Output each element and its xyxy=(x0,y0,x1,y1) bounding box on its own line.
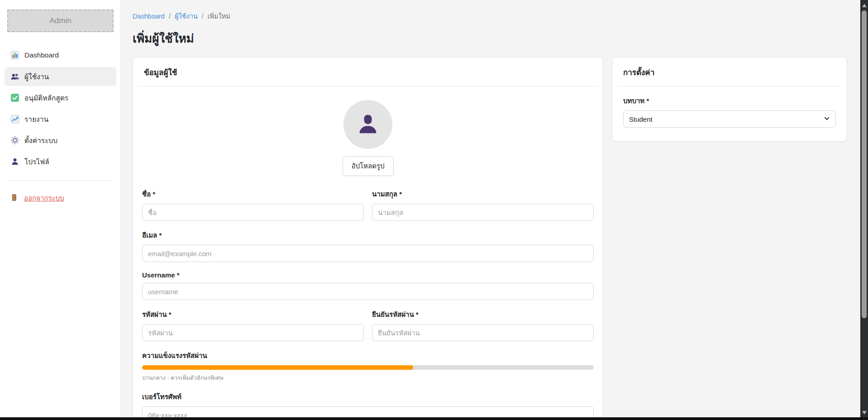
sidebar-item-dashboard[interactable]: Dashboard xyxy=(5,46,116,65)
settings-gear-icon xyxy=(10,136,19,145)
scrollbar[interactable] xyxy=(860,0,868,420)
name-row: ชื่อ * นามสกุล * xyxy=(142,189,594,221)
sidebar-item-label: รายงาน xyxy=(24,114,48,125)
user-info-card-body: อัปโหลดรูป ชื่อ * นามสกุล * อีเม xyxy=(133,86,603,420)
sidebar-item-label: โปรไฟล์ xyxy=(24,156,49,167)
content-row: ข้อมูลผู้ใช้ อัปโหลดรูป ชื่อ * xyxy=(133,57,847,420)
upload-photo-button[interactable]: อัปโหลดรูป xyxy=(343,156,394,176)
sidebar-item-course-approval[interactable]: อนุมัติหลักสูตร xyxy=(5,88,116,107)
password-input[interactable] xyxy=(142,324,364,341)
door-icon xyxy=(10,194,19,203)
scroll-up-arrow[interactable] xyxy=(860,2,868,9)
reports-chart-icon xyxy=(10,115,19,124)
breadcrumb-current: เพิ่มใหม่ xyxy=(208,11,230,21)
sidebar-item-system-settings[interactable]: ตั้งค่าระบบ xyxy=(5,131,116,150)
dashboard-icon xyxy=(10,51,19,60)
admin-logo-placeholder: Admin xyxy=(7,10,114,32)
bottom-bar xyxy=(0,417,868,420)
password-strength-fill xyxy=(142,365,413,370)
avatar-block: อัปโหลดรูป xyxy=(142,96,594,189)
breadcrumb-link-users[interactable]: ผู้ใช้งาน xyxy=(175,11,198,21)
settings-card-title: การตั้งค่า xyxy=(612,57,847,86)
sidebar-item-label: Dashboard xyxy=(24,51,59,59)
logout-label: ออกจากระบบ xyxy=(24,193,64,204)
user-info-card: ข้อมูลผู้ใช้ อัปโหลดรูป ชื่อ * xyxy=(133,57,603,420)
role-label: บทบาท * xyxy=(623,95,836,106)
person-silhouette-icon xyxy=(355,111,381,138)
password-strength-bar xyxy=(142,365,594,370)
app-window: Admin Dashboard ผู้ใช้งาน อนุมัติหลักสูต… xyxy=(0,0,860,420)
role-select-value: Student xyxy=(629,115,653,123)
user-info-card-title: ข้อมูลผู้ใช้ xyxy=(133,57,603,86)
role-select[interactable]: Student xyxy=(623,110,836,128)
sidebar-item-label: ตั้งค่าระบบ xyxy=(24,135,57,146)
sidebar-item-reports[interactable]: รายงาน xyxy=(5,110,116,129)
page-title: เพิ่มผู้ใช้ใหม่ xyxy=(133,29,847,48)
profile-icon xyxy=(10,157,19,166)
password-strength-label: ความแข็งแรงรหัสผ่าน xyxy=(142,350,594,361)
sidebar-item-profile[interactable]: โปรไฟล์ xyxy=(5,152,116,171)
password-row: รหัสผ่าน * ยืนยันรหัสผ่าน * xyxy=(142,309,594,341)
sidebar-divider xyxy=(8,180,113,181)
scroll-down-arrow[interactable] xyxy=(860,410,868,416)
last-name-label: นามสกุล * xyxy=(372,189,594,200)
password-strength-group: ความแข็งแรงรหัสผ่าน ปานกลาง - ควรเพิ่มตั… xyxy=(142,350,594,382)
breadcrumb-link-dashboard[interactable]: Dashboard xyxy=(133,13,165,20)
users-icon xyxy=(10,72,19,81)
password-label: รหัสผ่าน * xyxy=(142,309,364,320)
confirm-password-label: ยืนยันรหัสผ่าน * xyxy=(372,309,594,320)
scrollbar-thumb[interactable] xyxy=(862,10,867,318)
main-content: Dashboard / ผู้ใช้งาน / เพิ่มใหม่ เพิ่มผ… xyxy=(121,0,860,420)
sidebar-item-label: อนุมัติหลักสูตร xyxy=(24,92,68,104)
email-label: อีเมล * xyxy=(142,230,594,241)
avatar xyxy=(343,100,392,149)
last-name-input[interactable] xyxy=(372,204,594,221)
chevron-down-icon xyxy=(824,115,830,123)
breadcrumb-separator: / xyxy=(169,13,171,20)
username-label: Username * xyxy=(142,271,594,279)
admin-logo-text: Admin xyxy=(49,16,71,25)
password-strength-hint: ปานกลาง - ควรเพิ่มตัวอักษรพิเศษ xyxy=(142,373,594,382)
sidebar: Admin Dashboard ผู้ใช้งาน อนุมัติหลักสูต… xyxy=(0,0,121,420)
email-input[interactable] xyxy=(142,245,594,262)
settings-card-body: บทบาท * Student xyxy=(612,86,847,141)
username-input[interactable] xyxy=(142,283,594,300)
breadcrumb: Dashboard / ผู้ใช้งาน / เพิ่มใหม่ xyxy=(133,11,847,21)
phone-group: เบอร์โทรศัพท์ xyxy=(142,391,594,420)
breadcrumb-separator: / xyxy=(202,13,204,20)
sidebar-nav: Dashboard ผู้ใช้งาน อนุมัติหลักสูตร รายง… xyxy=(0,46,121,171)
first-name-input[interactable] xyxy=(142,204,364,221)
sidebar-item-label: ผู้ใช้งาน xyxy=(24,71,49,82)
username-group: Username * xyxy=(142,271,594,300)
email-group: อีเมล * xyxy=(142,230,594,262)
first-name-label: ชื่อ * xyxy=(142,189,364,200)
sidebar-item-users[interactable]: ผู้ใช้งาน xyxy=(5,67,116,86)
settings-card: การตั้งค่า บทบาท * Student xyxy=(612,57,847,142)
approve-check-icon xyxy=(10,93,19,102)
phone-label: เบอร์โทรศัพท์ xyxy=(142,391,594,402)
logout-link[interactable]: ออกจากระบบ xyxy=(5,190,116,207)
confirm-password-input[interactable] xyxy=(372,324,594,341)
